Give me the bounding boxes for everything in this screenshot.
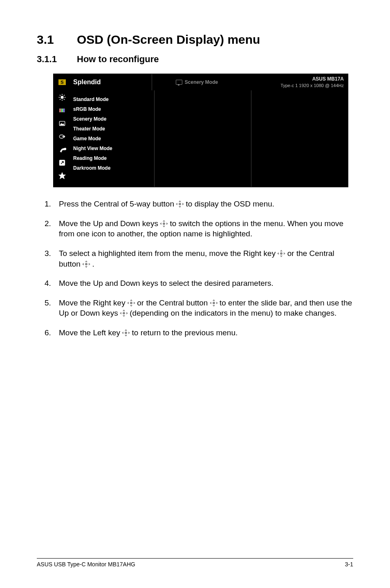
image-icon[interactable] — [58, 120, 67, 127]
settings-icon[interactable] — [58, 146, 67, 153]
svg-rect-9 — [59, 109, 61, 112]
osd-sidebar — [54, 90, 71, 187]
section-title: OSD (On-Screen Display) menu — [77, 33, 260, 47]
instruction-text: To select a highlighted item from the me… — [59, 249, 278, 258]
joystick-right-icon — [128, 300, 135, 306]
osd-body: Standard Mode sRGB Mode Scenery Mode The… — [54, 90, 348, 187]
list-item[interactable]: Game Mode — [73, 134, 154, 144]
osd-selected-tab-icon[interactable]: S — [54, 74, 71, 90]
instruction-text: to return to the previous menu. — [132, 328, 238, 337]
instruction-item: Move the Up and Down keys to select the … — [53, 278, 353, 289]
subsection-title: How to reconfigure — [77, 54, 159, 65]
osd-mode-list: Standard Mode sRGB Mode Scenery Mode The… — [71, 90, 155, 187]
osd-content-col-2 — [251, 90, 348, 187]
list-item[interactable]: Night View Mode — [73, 144, 154, 153]
osd-resolution: Type-c 1 1920 x 1080 @ 144Hz — [242, 83, 344, 88]
svg-point-0 — [61, 96, 64, 99]
osd-header: S Splendid Scenery Mode ASUS MB17A Type-… — [54, 74, 348, 90]
subsection-number: 3.1.1 — [37, 54, 57, 65]
instruction-text: Move the Up and Down keys — [59, 219, 160, 228]
svg-rect-11 — [63, 109, 65, 112]
input-icon[interactable] — [58, 133, 67, 140]
list-item[interactable]: Darkroom Mode — [73, 163, 154, 173]
svg-rect-10 — [61, 109, 63, 112]
instruction-text: Move the Right key — [59, 298, 128, 307]
monitor-icon — [176, 80, 182, 85]
instruction-item: Press the Central of 5-way button to dis… — [53, 199, 353, 209]
osd-panel: S Splendid Scenery Mode ASUS MB17A Type-… — [53, 74, 348, 187]
svg-line-6 — [64, 99, 65, 100]
joystick-center-icon — [83, 261, 90, 267]
list-item[interactable]: sRGB Mode — [73, 104, 154, 114]
instruction-text: (depending on the indicators in the menu… — [130, 309, 336, 317]
osd-current-mode-label: Scenery Mode — [185, 79, 218, 85]
list-item[interactable]: Theater Mode — [73, 124, 154, 134]
osd-model: ASUS MB17A — [242, 76, 344, 83]
osd-status: ASUS MB17A Type-c 1 1920 x 1080 @ 144Hz — [242, 76, 348, 88]
instruction-text: Move the Up and Down keys to select the … — [59, 279, 273, 287]
page-footer: ASUS USB Type-C Monitor MB17AHG 3-1 — [37, 558, 353, 568]
footer-product: ASUS USB Type-C Monitor MB17AHG — [37, 561, 135, 568]
color-icon[interactable] — [58, 107, 67, 114]
joystick-left-icon — [122, 330, 130, 336]
instruction-text: Move the Left key — [59, 328, 122, 337]
instruction-text: to display the OSD menu. — [186, 200, 275, 208]
joystick-center-icon — [210, 300, 217, 306]
joystick-right-icon — [278, 250, 285, 257]
list-item[interactable]: Scenery Mode — [73, 114, 154, 124]
instruction-item: Move the Right key or the Central button… — [53, 298, 353, 319]
osd-content-col-1 — [155, 90, 251, 187]
instruction-item: Move the Left key to return to the previ… — [53, 328, 353, 338]
brightness-icon[interactable] — [58, 94, 67, 101]
favorite-icon[interactable] — [58, 172, 67, 180]
osd-title: Splendid — [71, 74, 152, 90]
instruction-list: Press the Central of 5-way button to dis… — [37, 199, 353, 338]
instruction-text: . — [92, 260, 94, 268]
svg-line-8 — [64, 95, 65, 96]
svg-line-7 — [60, 99, 61, 100]
list-item[interactable]: Standard Mode — [73, 94, 154, 104]
subsection-heading: 3.1.1 How to reconfigure — [37, 54, 353, 65]
shortcut-icon[interactable] — [58, 159, 67, 166]
list-item[interactable]: Reading Mode — [73, 153, 154, 163]
instruction-text: Press the Central of 5-way button — [59, 200, 176, 208]
section-number: 3.1 — [37, 33, 57, 47]
splendid-icon: S — [58, 79, 66, 85]
svg-line-5 — [60, 95, 61, 96]
instruction-text: or the Central button — [137, 298, 210, 307]
instruction-item: Move the Up and Down keys to switch the … — [53, 218, 353, 239]
instruction-item: To select a highlighted item from the me… — [53, 248, 353, 269]
section-heading: 3.1 OSD (On-Screen Display) menu — [37, 33, 353, 47]
joystick-center-icon — [176, 201, 184, 207]
joystick-updown-icon — [120, 310, 128, 316]
joystick-updown-icon — [160, 220, 168, 227]
footer-page-number: 3-1 — [345, 561, 353, 568]
osd-current-mode: Scenery Mode — [152, 79, 242, 85]
osd-content — [155, 90, 348, 187]
